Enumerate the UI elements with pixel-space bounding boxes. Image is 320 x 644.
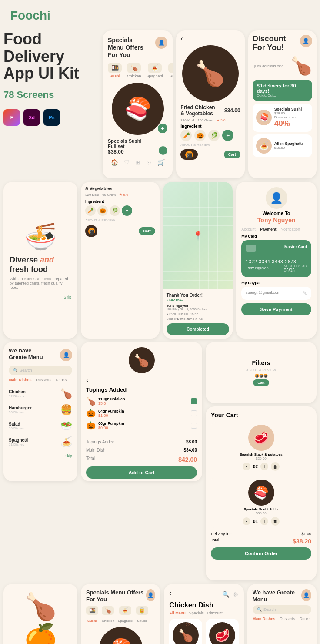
grand-total-row: Total $42.00 <box>86 456 197 463</box>
toppings-title: Topings Added <box>86 386 197 393</box>
nav-home[interactable]: 🏠 <box>111 159 118 166</box>
ingr-a[interactable]: 🥕 <box>85 205 96 216</box>
delete-item-1[interactable]: 🗑 <box>271 462 280 471</box>
food-stats: 320 Kcal 100 Gram ★ 5.0 <box>180 118 240 122</box>
cat-sushi-2[interactable]: 🍱 Sushi <box>86 606 98 624</box>
menu-tabs-2: Main Dishes Dasserts Drinks <box>253 617 311 621</box>
delete-item-2[interactable]: 🗑 <box>271 517 280 526</box>
spaghetti-img: 🍝 <box>60 436 72 448</box>
stat-gram-2: 00 Gram <box>102 193 116 197</box>
nav-cart[interactable]: 🛒 <box>157 159 165 166</box>
discount-item-1-name: Specials Sushi <box>274 107 302 111</box>
delivery-fee-row: Delivery fee $1.00 <box>211 532 311 536</box>
main-dish-total-row: Main Dish $34.00 <box>86 448 197 453</box>
nav-search[interactable]: ⊙ <box>146 159 151 166</box>
ingredient-label-2: Ingredient <box>85 199 155 204</box>
qty-minus-2[interactable]: - <box>243 517 250 525</box>
card-network: Master Card <box>284 245 307 249</box>
back-button[interactable]: ‹ <box>180 35 240 43</box>
food-info: Specials Sushi Full set $38.00 + <box>108 138 167 155</box>
filter-specials[interactable]: Specials <box>189 611 204 615</box>
search-bar[interactable]: 🔍 Search <box>9 366 72 375</box>
chicken-search-icon[interactable]: 🔍 <box>222 591 230 598</box>
delivery-offer-card: $0 delivery for 30 days! Quick, Qui... <box>253 80 312 101</box>
filter-cart[interactable]: Cart <box>253 379 269 386</box>
filter-all[interactable]: All Menu <box>169 611 186 615</box>
stat-rating-2: ★ 5.0 <box>119 193 128 197</box>
tab-dasserts-2[interactable]: Dasserts <box>280 617 295 621</box>
category-tabs: 🍱 Sushi 🍗 Chicken 🍝 Spaghetti 🥫 <box>108 63 167 78</box>
add-ingr-2[interactable]: + <box>122 205 132 216</box>
discount-item-2-price: $19.60 <box>274 146 303 150</box>
cat-chicken-2[interactable]: 🍗 Chicken <box>102 606 114 624</box>
fav-icon-1[interactable]: ♡ <box>185 622 190 628</box>
topping-check-3[interactable] <box>191 423 197 429</box>
food-name: Specials Sushi Full set <box>108 138 142 149</box>
tab-drinks-2[interactable]: Drinks <box>300 617 311 621</box>
cat-sauce[interactable]: 🥫 Sauce <box>168 63 173 78</box>
cat-chicken[interactable]: 🍗 Chicken <box>127 63 141 78</box>
tab-payment[interactable]: Payment <box>260 227 277 231</box>
order-dist: ● 2678 <box>167 312 176 315</box>
topping-price-2: $1.00 <box>98 413 124 418</box>
add-to-cart-button[interactable]: + <box>159 146 167 155</box>
topping-name-1: 110gr Chicken <box>98 397 125 401</box>
qty-controls[interactable]: + <box>158 124 167 133</box>
edit-icon[interactable]: ✎ <box>303 290 307 296</box>
toppings-back[interactable]: ‹ <box>86 376 197 384</box>
specials-screen: Specials Menu Offers For You 👤 🍱 Sushi 🍗… <box>103 30 173 178</box>
ingr-3[interactable]: 🥬 <box>208 130 220 141</box>
item-count-chicken: 12 Dishes <box>9 394 26 398</box>
tool-badges: F Xd Ps <box>3 109 99 126</box>
paypal-card: cuangtf@gmail.com ✎ <box>241 287 311 300</box>
search-placeholder-2: Search <box>263 607 276 612</box>
tab-drinks[interactable]: Drinks <box>56 378 67 382</box>
user-avatar: 👤 <box>155 37 167 49</box>
cat-sushi[interactable]: 🍱 Sushi <box>108 63 122 78</box>
cat-spaghetti-2[interactable]: 🍝 Spaghetti <box>118 606 133 624</box>
cat-spaghetti[interactable]: 🍝 Spaghetti <box>147 63 163 78</box>
ingr-2[interactable]: 🎃 <box>194 130 206 141</box>
splash-chicken-screen: 🍗🍊 Easy to change dish ingredients You a… <box>3 584 77 644</box>
save-payment-button[interactable]: Save Payment <box>241 303 311 315</box>
discount-item-1-price: $28.60 <box>274 111 302 115</box>
cart-btn-2[interactable]: Cart <box>139 227 155 235</box>
add-ingredient-button[interactable]: + <box>222 130 233 141</box>
qty-plus-2[interactable]: + <box>260 517 268 525</box>
confirm-order-button[interactable]: Confirm Order <box>211 547 311 560</box>
nav-grid[interactable]: ⊞ <box>135 159 140 166</box>
skip-button-menu[interactable]: Skip <box>9 454 72 458</box>
topping-chicken: 🍗 110gr Chicken $5.0 <box>86 396 197 406</box>
skip-button-1[interactable]: Skip <box>10 295 71 299</box>
chicken-filter-icon[interactable]: ⚙ <box>233 591 239 598</box>
topping-name-3: 06gr Pumpkin <box>98 421 124 426</box>
ingr-c[interactable]: 🥬 <box>110 205 120 216</box>
add-to-cart-button-2[interactable]: Add to Cart <box>86 466 197 479</box>
tab-notification[interactable]: Notification <box>280 227 300 231</box>
cart-product-price-1: $26.00 <box>213 456 309 460</box>
menu-item-salad: Salad 16 Dishes 🥗 <box>9 418 72 434</box>
app-header: Foochi <box>0 0 320 27</box>
discount-percent: 40% <box>274 119 302 128</box>
ingr-b[interactable]: 🎃 <box>97 205 108 216</box>
completed-button[interactable]: Completed <box>167 323 230 335</box>
topping-check-1[interactable] <box>191 398 197 404</box>
chicken-back[interactable]: ‹ <box>169 589 171 597</box>
nav-fav[interactable]: ♡ <box>124 159 130 166</box>
card-chip <box>246 245 256 252</box>
screens-count: 78 Screens <box>3 89 99 101</box>
filter-discount[interactable]: Discount <box>207 611 223 615</box>
topping-check-2[interactable] <box>191 410 197 416</box>
tab-main-2[interactable]: Main Dishes <box>253 617 276 621</box>
tab-main-dishes[interactable]: Main Dishes <box>9 378 32 382</box>
cart-button[interactable]: Cart <box>224 151 240 158</box>
ingr-1[interactable]: 🥕 <box>180 130 192 141</box>
tab-dasserts[interactable]: Dasserts <box>36 378 52 382</box>
tab-account[interactable]: Account <box>241 227 256 231</box>
search-bar-2[interactable]: 🔍 Search <box>253 605 311 614</box>
item-name-hamburger: Hamburger <box>9 406 32 410</box>
cat-sauce-2[interactable]: 🥫 Sauce <box>136 606 148 624</box>
map-view: 📍 <box>163 182 233 289</box>
qty-minus-1[interactable]: - <box>243 463 250 470</box>
qty-plus-1[interactable]: + <box>260 463 268 470</box>
